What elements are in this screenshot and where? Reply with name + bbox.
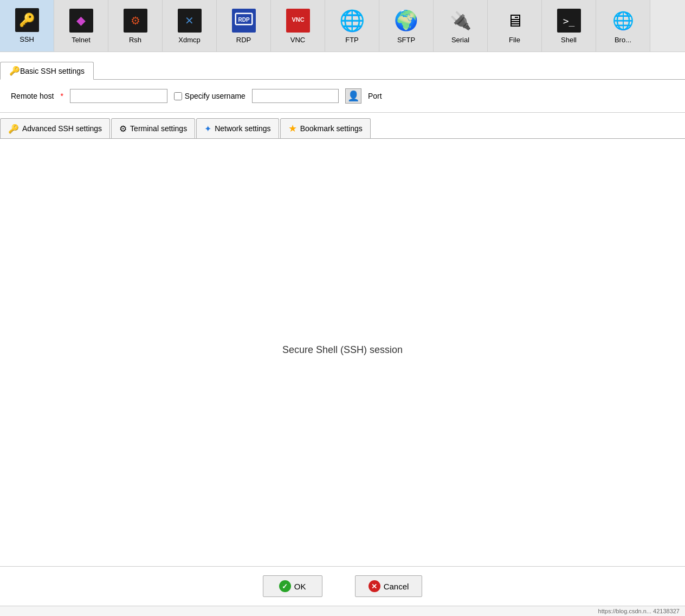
network-settings-tab[interactable]: ✦ Network settings bbox=[196, 118, 279, 138]
browser-icon: 🌐 bbox=[611, 9, 635, 33]
status-url: https://blog.csdn.n... 42138327 bbox=[598, 608, 680, 614]
remote-host-input[interactable] bbox=[70, 89, 167, 103]
ftp-tab-icon: 🌐 bbox=[339, 8, 365, 34]
required-star: * bbox=[60, 92, 63, 100]
tab-serial[interactable]: 🔌 Serial bbox=[434, 0, 488, 52]
basic-ssh-key-icon: 🔑 bbox=[9, 66, 20, 76]
browser-tab-icon: 🌐 bbox=[610, 8, 636, 34]
status-bar: https://blog.csdn.n... 42138327 bbox=[0, 606, 685, 616]
username-input[interactable] bbox=[252, 89, 339, 103]
tab-telnet[interactable]: ◆ Telnet bbox=[54, 0, 108, 52]
rdp-tab-icon: RDP bbox=[231, 8, 257, 34]
advanced-tabs: 🔑 Advanced SSH settings ⚙ Terminal setti… bbox=[0, 118, 685, 139]
sftp-tab-label: SFTP bbox=[397, 36, 415, 44]
form-section: Remote host * Specify username 👤 Port bbox=[0, 80, 685, 113]
telnet-tab-icon: ◆ bbox=[68, 8, 94, 34]
port-label: Port bbox=[368, 92, 382, 100]
xdmcp-tab-label: Xdmcp bbox=[178, 36, 200, 44]
remote-host-label: Remote host bbox=[11, 92, 54, 100]
cancel-button[interactable]: ✕ Cancel bbox=[355, 575, 423, 597]
rsh-tab-icon: ⚙ bbox=[122, 8, 148, 34]
svg-text:VNC: VNC bbox=[292, 16, 304, 23]
ssh-tab-icon: 🔑 bbox=[14, 7, 40, 33]
ftp-icon: 🌐 bbox=[340, 9, 364, 33]
shell-tab-label: Shell bbox=[561, 36, 577, 44]
session-description: Secure Shell (SSH) session bbox=[282, 344, 403, 356]
content-area: 🔑 Basic SSH settings Remote host * Speci… bbox=[0, 52, 685, 566]
svg-text:RDP: RDP bbox=[238, 17, 249, 23]
specify-username-text: Specify username bbox=[185, 92, 245, 100]
tab-rdp[interactable]: RDP RDP bbox=[217, 0, 271, 52]
top-settings-tabs: 🔑 Basic SSH settings bbox=[0, 62, 685, 80]
ssh-icon: 🔑 bbox=[15, 8, 39, 32]
sftp-icon: 🌍 bbox=[395, 9, 418, 33]
browser-tab-label: Bro... bbox=[615, 36, 631, 44]
ftp-tab-label: FTP bbox=[345, 36, 359, 44]
user-icon-button[interactable]: 👤 bbox=[345, 88, 361, 104]
sftp-tab-icon: 🌍 bbox=[393, 8, 419, 34]
advanced-ssh-tab-label: Advanced SSH settings bbox=[22, 124, 102, 133]
main-content-area: Secure Shell (SSH) session bbox=[0, 139, 685, 561]
tab-rsh[interactable]: ⚙ Rsh bbox=[108, 0, 163, 52]
specify-username-label[interactable]: Specify username bbox=[174, 92, 245, 100]
shell-tab-icon: >_ bbox=[556, 8, 582, 34]
network-settings-label: Network settings bbox=[215, 124, 270, 133]
basic-ssh-tab[interactable]: 🔑 Basic SSH settings bbox=[0, 62, 94, 80]
cancel-x-icon: ✕ bbox=[369, 580, 380, 592]
rdp-icon: RDP bbox=[232, 9, 256, 33]
network-dots-icon: ✦ bbox=[204, 124, 211, 134]
terminal-settings-tab[interactable]: ⚙ Terminal settings bbox=[111, 118, 195, 138]
ok-check-icon: ✓ bbox=[279, 580, 291, 592]
bottom-action-bar: ✓ OK ✕ Cancel bbox=[0, 566, 685, 606]
advanced-key-icon: 🔑 bbox=[8, 124, 19, 134]
tab-sftp[interactable]: 🌍 SFTP bbox=[379, 0, 434, 52]
tab-vnc[interactable]: VNC VNC bbox=[271, 0, 325, 52]
protocol-bar: 🔑 SSH ◆ Telnet ⚙ Rsh ✕ Xdmcp bbox=[0, 0, 685, 52]
serial-tab-label: Serial bbox=[451, 36, 469, 44]
terminal-gear-icon: ⚙ bbox=[119, 124, 127, 134]
advanced-ssh-settings-tab[interactable]: 🔑 Advanced SSH settings bbox=[0, 118, 110, 138]
vnc-tab-label: VNC bbox=[290, 36, 305, 44]
specify-username-checkbox[interactable] bbox=[174, 92, 182, 100]
ssh-tab-label: SSH bbox=[20, 35, 34, 43]
form-row: Remote host * Specify username 👤 Port bbox=[11, 88, 674, 104]
xdmcp-icon: ✕ bbox=[178, 9, 202, 33]
tab-xdmcp[interactable]: ✕ Xdmcp bbox=[163, 0, 217, 52]
serial-tab-icon: 🔌 bbox=[448, 8, 474, 34]
app-container: 🔑 SSH ◆ Telnet ⚙ Rsh ✕ Xdmcp bbox=[0, 0, 685, 616]
bookmark-star-icon: ★ bbox=[288, 123, 297, 134]
rdp-tab-label: RDP bbox=[236, 36, 251, 44]
tab-ssh[interactable]: 🔑 SSH bbox=[0, 0, 54, 52]
serial-icon: 🔌 bbox=[449, 9, 473, 33]
vnc-tab-icon: VNC bbox=[285, 8, 311, 34]
rsh-tab-label: Rsh bbox=[129, 36, 141, 44]
user-browse-icon: 👤 bbox=[347, 90, 359, 102]
telnet-icon: ◆ bbox=[69, 9, 93, 33]
file-tab-icon: 🖥 bbox=[502, 8, 528, 34]
basic-ssh-tab-label: Basic SSH settings bbox=[20, 67, 85, 75]
vnc-icon: VNC bbox=[286, 9, 310, 33]
rsh-icon: ⚙ bbox=[124, 9, 147, 33]
bookmark-settings-label: Bookmark settings bbox=[300, 124, 363, 133]
ok-button[interactable]: ✓ OK bbox=[263, 575, 322, 597]
terminal-settings-label: Terminal settings bbox=[130, 124, 187, 133]
tab-browser[interactable]: 🌐 Bro... bbox=[596, 0, 650, 52]
bookmark-settings-tab[interactable]: ★ Bookmark settings bbox=[280, 118, 371, 138]
tab-ftp[interactable]: 🌐 FTP bbox=[325, 0, 379, 52]
shell-icon: >_ bbox=[557, 9, 581, 33]
file-icon: 🖥 bbox=[503, 9, 527, 33]
file-tab-label: File bbox=[509, 36, 520, 44]
ok-label: OK bbox=[294, 582, 306, 591]
tab-file[interactable]: 🖥 File bbox=[488, 0, 542, 52]
cancel-label: Cancel bbox=[384, 582, 409, 591]
xdmcp-tab-icon: ✕ bbox=[177, 8, 203, 34]
tab-shell[interactable]: >_ Shell bbox=[542, 0, 596, 52]
telnet-tab-label: Telnet bbox=[72, 36, 91, 44]
